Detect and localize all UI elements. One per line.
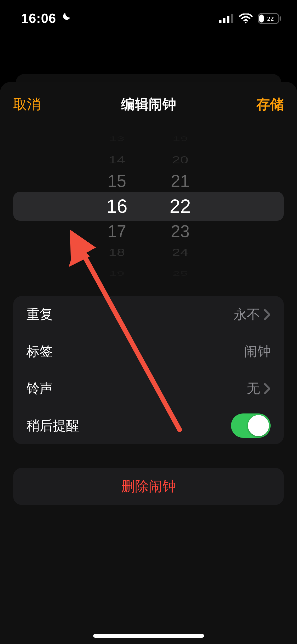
hour-picker[interactable]: 13 14 15 16 17 18 19 <box>101 132 133 280</box>
cellular-signal-icon <box>219 14 234 23</box>
sound-row[interactable]: 铃声 无 <box>13 370 284 407</box>
svg-rect-3 <box>231 14 233 23</box>
picker-minute-item[interactable]: 21 <box>164 171 196 192</box>
wifi-icon <box>239 13 253 24</box>
home-indicator[interactable] <box>93 634 204 638</box>
minute-picker[interactable]: 19 20 21 22 23 24 25 <box>164 132 196 280</box>
svg-rect-6 <box>259 15 264 22</box>
toggle-knob <box>248 415 269 436</box>
picker-hour-item[interactable]: 13 <box>101 134 133 144</box>
delete-section: 删除闹钟 <box>13 468 284 505</box>
delete-alarm-button[interactable]: 删除闹钟 <box>13 468 284 505</box>
svg-rect-0 <box>219 20 221 23</box>
picker-hour-selected[interactable]: 16 <box>101 192 133 221</box>
battery-icon: 22 <box>258 13 281 24</box>
cancel-button[interactable]: 取消 <box>13 95 41 114</box>
picker-hour-item[interactable]: 18 <box>101 245 133 260</box>
modal-title: 编辑闹钟 <box>121 95 176 114</box>
status-bar: 16:06 22 <box>0 0 297 37</box>
picker-minute-item[interactable]: 25 <box>164 269 196 278</box>
picker-minute-item[interactable]: 19 <box>164 134 196 144</box>
picker-minute-item[interactable]: 20 <box>164 153 196 167</box>
snooze-label: 稍后提醒 <box>26 417 79 435</box>
svg-rect-2 <box>227 16 229 23</box>
modal-navbar: 取消 编辑闹钟 存储 <box>0 82 297 127</box>
label-value: 闹钟 <box>244 343 271 360</box>
alarm-settings-list: 重复 永不 标签 闹钟 铃声 无 稍后提醒 <box>13 296 284 444</box>
snooze-toggle[interactable] <box>231 413 271 438</box>
picker-minute-selected[interactable]: 22 <box>164 192 196 221</box>
picker-hour-item[interactable]: 19 <box>101 269 133 278</box>
repeat-value: 永不 <box>234 306 260 323</box>
time-picker[interactable]: 13 14 15 16 17 18 19 19 20 21 22 23 24 2… <box>13 132 284 280</box>
chevron-right-icon <box>264 309 271 320</box>
sound-label: 铃声 <box>26 380 53 397</box>
label-label: 标签 <box>26 343 53 360</box>
edit-alarm-sheet: 取消 编辑闹钟 存储 13 14 15 16 17 18 19 19 20 21… <box>0 82 297 644</box>
chevron-right-icon <box>264 383 271 394</box>
picker-hour-item[interactable]: 15 <box>101 171 133 192</box>
picker-hour-item[interactable]: 14 <box>101 153 133 167</box>
status-right: 22 <box>219 13 281 24</box>
battery-percent-text: 22 <box>267 15 274 22</box>
picker-hour-item[interactable]: 17 <box>101 221 133 242</box>
repeat-row[interactable]: 重复 永不 <box>13 296 284 333</box>
picker-minute-item[interactable]: 24 <box>164 245 196 260</box>
svg-rect-1 <box>223 18 225 23</box>
save-button[interactable]: 存储 <box>256 95 284 114</box>
status-left: 16:06 <box>21 11 72 26</box>
snooze-row: 稍后提醒 <box>13 407 284 444</box>
label-row[interactable]: 标签 闹钟 <box>13 333 284 370</box>
picker-minute-item[interactable]: 23 <box>164 221 196 242</box>
repeat-label: 重复 <box>26 306 53 323</box>
svg-rect-7 <box>280 16 281 21</box>
sound-value: 无 <box>247 380 260 397</box>
svg-point-4 <box>245 22 246 23</box>
status-time: 16:06 <box>21 11 56 26</box>
do-not-disturb-icon <box>60 11 72 26</box>
